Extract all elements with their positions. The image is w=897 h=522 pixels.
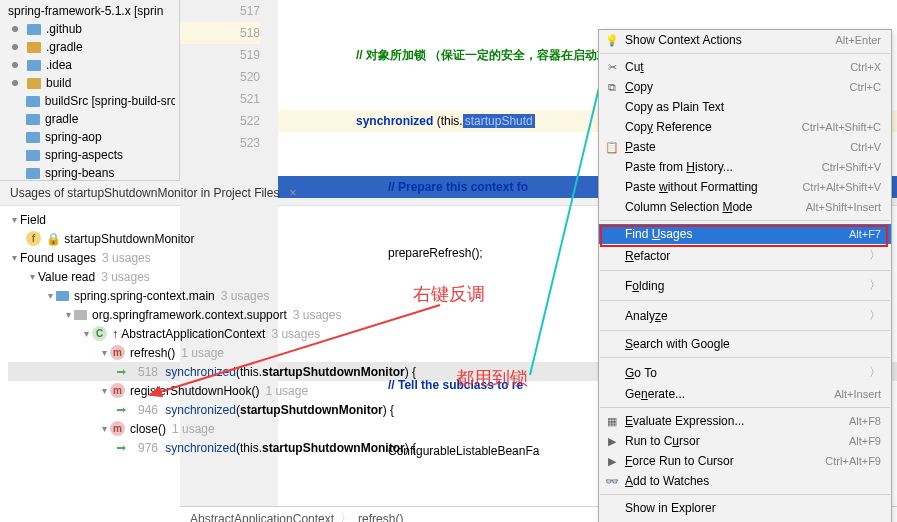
expander-icon[interactable]: ▾ — [44, 290, 56, 301]
folder-icon — [27, 24, 41, 35]
menu-item-icon: ▶ — [604, 455, 620, 468]
lock-icon: ↑ — [112, 327, 118, 341]
menu-item[interactable]: 💡Show Context ActionsAlt+Enter — [599, 30, 891, 50]
dot-icon — [12, 80, 18, 86]
method-badge-icon: m — [110, 383, 125, 398]
menu-separator — [600, 300, 890, 301]
menu-item[interactable]: Column Selection ModeAlt+Shift+Insert — [599, 197, 891, 217]
folder-icon — [26, 168, 40, 179]
folder-idea[interactable]: .idea — [0, 56, 179, 74]
menu-separator — [600, 220, 890, 221]
dot-icon — [12, 62, 18, 68]
menu-item-shortcut: Ctrl+Shift+V — [822, 161, 881, 173]
menu-item-label: Folding — [625, 279, 869, 293]
menu-item-label: Analyze — [625, 309, 869, 323]
menu-item-shortcut: Alt+F8 — [849, 415, 881, 427]
menu-item-label: Search with Google — [625, 337, 881, 351]
menu-item[interactable]: Go To〉 — [599, 361, 891, 384]
menu-item-shortcut: Ctrl+X — [850, 61, 881, 73]
menu-item-label: Run to Cursor — [625, 434, 849, 448]
menu-item-icon: ✂ — [604, 61, 620, 74]
menu-item-icon: ▦ — [604, 415, 620, 428]
menu-item[interactable]: Paste without FormattingCtrl+Alt+Shift+V — [599, 177, 891, 197]
menu-separator — [600, 53, 890, 54]
chevron-right-icon: 〉 — [340, 510, 352, 522]
arrow-icon: ⮕ — [116, 442, 127, 454]
expander-icon[interactable]: ▾ — [62, 309, 74, 320]
menu-item-label: Copy — [625, 80, 850, 94]
menu-item[interactable]: ▦Evaluate Expression...Alt+F8 — [599, 411, 891, 431]
menu-item[interactable]: Search with Google — [599, 334, 891, 354]
expander-icon[interactable]: ▾ — [26, 271, 38, 282]
menu-item-icon: ▶ — [604, 435, 620, 448]
folder-icon — [26, 150, 40, 161]
project-sidebar[interactable]: spring-framework-5.1.x [sprin .github .g… — [0, 0, 180, 180]
menu-separator — [600, 494, 890, 495]
expander-icon[interactable]: ▾ — [98, 347, 110, 358]
menu-item[interactable]: Generate...Alt+Insert — [599, 384, 891, 404]
folder-build[interactable]: build — [0, 74, 179, 92]
menu-item-label: Go To — [625, 366, 869, 380]
menu-item[interactable]: Copy ReferenceCtrl+Alt+Shift+C — [599, 117, 891, 137]
package-icon — [74, 310, 87, 320]
menu-item-label: Copy as Plain Text — [625, 100, 881, 114]
menu-item-label: Refactor — [625, 249, 869, 263]
expander-icon[interactable]: ▾ — [8, 252, 20, 263]
menu-item-label: Add to Watches — [625, 474, 881, 488]
close-icon[interactable]: × — [289, 186, 296, 200]
project-root[interactable]: spring-framework-5.1.x [sprin — [0, 2, 179, 20]
folder-spring-beans[interactable]: spring-beans — [0, 164, 179, 182]
folder-icon — [26, 132, 40, 143]
folder-icon — [26, 114, 40, 125]
field-badge-icon: f — [26, 231, 41, 246]
folder-gradle-dot[interactable]: .gradle — [0, 38, 179, 56]
menu-item-shortcut: Alt+Insert — [834, 388, 881, 400]
chevron-right-icon: 〉 — [869, 307, 881, 324]
arrow-icon: ⮕ — [116, 404, 127, 416]
menu-item[interactable]: Copy as Plain Text — [599, 97, 891, 117]
menu-item[interactable]: Paste from History...Ctrl+Shift+V — [599, 157, 891, 177]
menu-item-label: Cut — [625, 60, 850, 74]
menu-item[interactable]: ▶Run to CursorAlt+F9 — [599, 431, 891, 451]
menu-item[interactable]: ✂CutCtrl+X — [599, 57, 891, 77]
menu-item-label: Show Context Actions — [625, 33, 835, 47]
class-badge-icon: C — [92, 326, 107, 341]
method-badge-icon: m — [110, 345, 125, 360]
folder-spring-aop[interactable]: spring-aop — [0, 128, 179, 146]
expander-icon[interactable]: ▾ — [98, 423, 110, 434]
context-menu[interactable]: 💡Show Context ActionsAlt+Enter✂CutCtrl+X… — [598, 29, 892, 522]
menu-item-label: Force Run to Cursor — [625, 454, 825, 468]
menu-item-icon: 👓 — [604, 475, 620, 488]
expander-icon[interactable]: ▾ — [98, 385, 110, 396]
menu-item[interactable]: 📋PasteCtrl+V — [599, 137, 891, 157]
folder-icon — [27, 60, 41, 71]
breadcrumb-method[interactable]: refresh() — [358, 512, 403, 523]
menu-item-shortcut: Alt+Enter — [835, 34, 881, 46]
folder-gradle[interactable]: gradle — [0, 110, 179, 128]
folder-spring-aspects[interactable]: spring-aspects — [0, 146, 179, 164]
menu-item-label: Show in Explorer — [625, 501, 881, 515]
menu-item[interactable]: 👓Add to Watches — [599, 471, 891, 491]
menu-item[interactable]: ⧉CopyCtrl+C — [599, 77, 891, 97]
chevron-right-icon: 〉 — [869, 247, 881, 264]
menu-item[interactable]: ▶Force Run to CursorCtrl+Alt+F9 — [599, 451, 891, 471]
expander-icon[interactable]: ▾ — [80, 328, 92, 339]
menu-item[interactable]: Find UsagesAlt+F7 — [599, 224, 891, 244]
menu-item-icon: 💡 — [604, 34, 620, 47]
method-badge-icon: m — [110, 421, 125, 436]
menu-item[interactable]: Refactor〉 — [599, 244, 891, 267]
menu-item-shortcut: Ctrl+C — [850, 81, 881, 93]
menu-item-shortcut: Alt+F9 — [849, 435, 881, 447]
menu-item[interactable]: Analyze〉 — [599, 304, 891, 327]
menu-separator — [600, 330, 890, 331]
breadcrumb-class[interactable]: AbstractApplicationContext — [190, 512, 334, 523]
folder-buildsrc[interactable]: buildSrc [spring-build-src — [0, 92, 179, 110]
menu-item-label: Evaluate Expression... — [625, 414, 849, 428]
menu-item[interactable]: File PathCtrl+Alt+F12 — [599, 518, 891, 522]
menu-item[interactable]: Show in Explorer — [599, 498, 891, 518]
expander-icon[interactable]: ▾ — [8, 214, 20, 225]
folder-github[interactable]: .github — [0, 20, 179, 38]
menu-item-shortcut: Alt+Shift+Insert — [806, 201, 881, 213]
menu-item-label: Copy Reference — [625, 120, 802, 134]
menu-item[interactable]: Folding〉 — [599, 274, 891, 297]
